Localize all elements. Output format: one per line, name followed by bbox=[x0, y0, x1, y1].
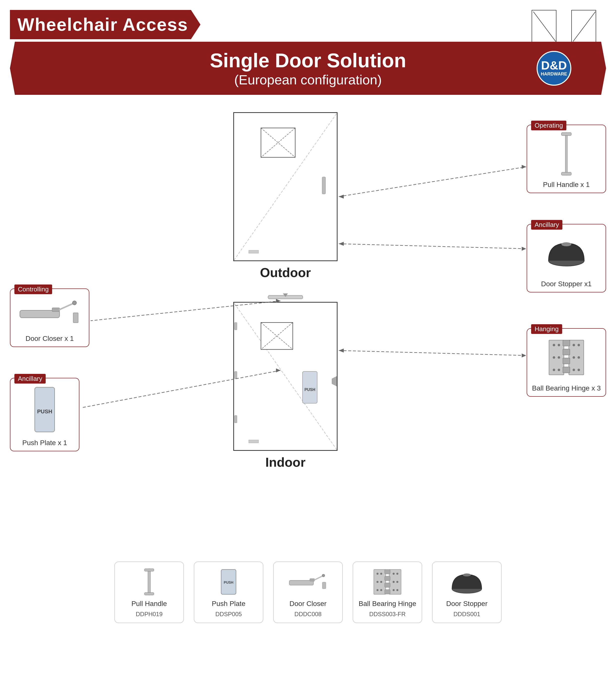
product-card-hinge: Hanging bbox=[527, 328, 606, 397]
product-card-door-stopper: Ancillary Door Stopper x1 bbox=[527, 224, 606, 293]
banner-title: Single Door Solution bbox=[15, 49, 601, 72]
svg-rect-17 bbox=[249, 440, 258, 443]
outdoor-door-group: Outdoor bbox=[233, 112, 338, 280]
ancillary-stopper-tag: Ancillary bbox=[531, 220, 563, 230]
svg-marker-55 bbox=[339, 242, 344, 246]
svg-rect-27 bbox=[569, 340, 584, 375]
svg-point-72 bbox=[322, 574, 325, 577]
bottom-door-stopper-code: DDDS001 bbox=[454, 611, 480, 617]
svg-point-41 bbox=[578, 356, 580, 359]
bottom-card-door-stopper: Door Stopper DDDS001 bbox=[432, 562, 502, 623]
svg-point-38 bbox=[573, 344, 575, 346]
svg-rect-65 bbox=[144, 569, 154, 571]
svg-marker-58 bbox=[339, 349, 344, 352]
bottom-products-row: Pull Handle DDPH019 PUSH Push Plate DDSP… bbox=[10, 562, 606, 638]
svg-rect-70 bbox=[310, 579, 315, 581]
svg-rect-29 bbox=[563, 349, 570, 355]
svg-rect-76 bbox=[385, 569, 390, 574]
svg-point-43 bbox=[578, 369, 580, 371]
svg-rect-20 bbox=[235, 416, 237, 423]
svg-text:PUSH: PUSH bbox=[37, 408, 52, 415]
bottom-door-closer-code: DDDC008 bbox=[294, 611, 322, 617]
svg-point-88 bbox=[393, 581, 395, 583]
svg-point-83 bbox=[380, 581, 382, 583]
svg-rect-48 bbox=[73, 313, 78, 323]
svg-rect-6 bbox=[322, 177, 326, 194]
bottom-pull-handle-code: DDPH019 bbox=[136, 611, 162, 617]
svg-rect-79 bbox=[385, 590, 390, 594]
svg-rect-75 bbox=[389, 569, 401, 594]
svg-rect-23 bbox=[562, 172, 571, 175]
bottom-door-stopper-name: Door Stopper bbox=[446, 600, 488, 608]
bottom-card-pull-handle: Pull Handle DDPH019 bbox=[114, 562, 184, 623]
indoor-label: Indoor bbox=[233, 455, 338, 470]
push-door-icon bbox=[571, 10, 596, 42]
svg-point-32 bbox=[553, 344, 555, 346]
svg-marker-59 bbox=[522, 353, 526, 357]
bottom-push-plate-code: DDSP005 bbox=[216, 611, 242, 617]
outdoor-label: Outdoor bbox=[233, 265, 338, 280]
svg-point-81 bbox=[380, 573, 382, 575]
svg-point-86 bbox=[393, 573, 395, 575]
svg-point-85 bbox=[380, 589, 382, 591]
svg-point-93 bbox=[463, 573, 471, 576]
bottom-door-stopper-img bbox=[447, 567, 487, 597]
svg-rect-64 bbox=[148, 569, 150, 595]
bottom-door-closer-name: Door Closer bbox=[289, 600, 326, 608]
svg-line-1 bbox=[573, 12, 595, 41]
logo-main: D&D bbox=[541, 60, 567, 72]
product-card-door-closer: Controlling Door Closer x 1 bbox=[10, 289, 89, 347]
svg-rect-78 bbox=[385, 583, 390, 587]
svg-rect-31 bbox=[563, 367, 570, 373]
svg-rect-26 bbox=[549, 340, 564, 375]
hinge-image bbox=[531, 333, 602, 382]
svg-line-0 bbox=[533, 12, 556, 41]
solution-banner: Single Door Solution (European configura… bbox=[10, 42, 606, 95]
svg-rect-74 bbox=[374, 569, 386, 594]
dd-logo: D&D HARDWARE bbox=[536, 51, 571, 86]
svg-point-36 bbox=[553, 369, 555, 371]
bottom-push-plate-name: Push Plate bbox=[212, 600, 245, 608]
main-canvas: Outdoor PUSH bbox=[10, 105, 606, 547]
logo-sub: HARDWARE bbox=[541, 72, 567, 77]
svg-rect-22 bbox=[562, 133, 571, 135]
door-stopper-name: Door Stopper x1 bbox=[531, 280, 602, 288]
page: Wheelchair Access pull push Single Door … bbox=[0, 0, 616, 674]
svg-rect-21 bbox=[566, 133, 567, 175]
svg-rect-7 bbox=[249, 250, 258, 253]
svg-rect-18 bbox=[235, 323, 237, 330]
svg-line-54 bbox=[339, 244, 526, 249]
svg-line-51 bbox=[339, 167, 526, 197]
svg-point-91 bbox=[396, 589, 398, 591]
svg-point-33 bbox=[558, 344, 560, 346]
indoor-door-group: PUSH Indoor bbox=[233, 294, 338, 470]
door-closer-name: Door Closer x 1 bbox=[14, 335, 85, 343]
svg-rect-45 bbox=[52, 308, 59, 312]
bottom-pull-handle-img bbox=[129, 567, 169, 597]
bottom-pull-handle-name: Pull Handle bbox=[131, 600, 167, 608]
svg-point-25 bbox=[562, 242, 571, 246]
pull-handle-image bbox=[531, 129, 602, 179]
svg-point-42 bbox=[573, 369, 575, 371]
bottom-hinge-code: DDSS003-FR bbox=[369, 611, 406, 617]
svg-point-39 bbox=[578, 344, 580, 346]
door-stopper-image bbox=[531, 228, 602, 278]
svg-point-35 bbox=[558, 356, 560, 359]
svg-rect-28 bbox=[563, 340, 570, 346]
bottom-card-hinge: Ball Bearing Hinge DDSS003-FR bbox=[353, 562, 422, 623]
svg-marker-53 bbox=[522, 165, 526, 169]
svg-point-87 bbox=[396, 573, 398, 575]
door-closer-image bbox=[14, 293, 85, 333]
hanging-tag: Hanging bbox=[531, 324, 562, 334]
svg-text:PUSH: PUSH bbox=[224, 580, 234, 584]
svg-marker-56 bbox=[522, 247, 526, 251]
bottom-hinge-img bbox=[368, 567, 407, 597]
svg-rect-30 bbox=[563, 358, 570, 364]
svg-point-90 bbox=[393, 589, 395, 591]
svg-point-89 bbox=[396, 581, 398, 583]
svg-point-47 bbox=[73, 301, 77, 305]
pull-handle-name: Pull Handle x 1 bbox=[531, 181, 602, 189]
svg-marker-52 bbox=[339, 195, 344, 199]
svg-line-46 bbox=[59, 303, 75, 310]
pull-door-icon bbox=[532, 10, 557, 42]
